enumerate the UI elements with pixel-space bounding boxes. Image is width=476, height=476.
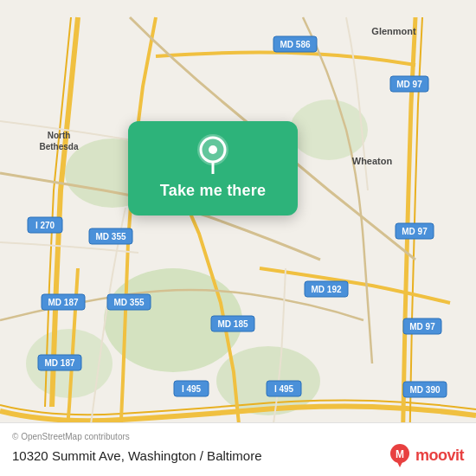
svg-text:MD 192: MD 192 bbox=[311, 285, 341, 294]
map-container: MD 586 MD 97 MD 97 MD 97 MD 355 MD 355 M… bbox=[0, 0, 476, 476]
svg-text:I 495: I 495 bbox=[274, 384, 294, 394]
svg-text:Bethesda: Bethesda bbox=[39, 142, 78, 151]
svg-text:MD 185: MD 185 bbox=[217, 319, 248, 329]
svg-text:MD 97: MD 97 bbox=[409, 322, 435, 331]
svg-text:MD 586: MD 586 bbox=[280, 40, 310, 49]
svg-text:MD 187: MD 187 bbox=[44, 358, 74, 368]
address-text: 10320 Summit Ave, Washington / Baltimore bbox=[12, 448, 261, 463]
moovit-logo: M moovit bbox=[388, 443, 464, 467]
svg-text:Glenmont: Glenmont bbox=[371, 26, 416, 36]
map-attribution: © OpenStreetMap contributors bbox=[12, 432, 464, 441]
svg-text:North: North bbox=[48, 131, 71, 140]
svg-text:Wheaton: Wheaton bbox=[352, 156, 393, 166]
svg-text:I 270: I 270 bbox=[35, 221, 55, 230]
pin-icon bbox=[192, 133, 234, 175]
svg-text:MD 97: MD 97 bbox=[402, 227, 428, 236]
address-row: 10320 Summit Ave, Washington / Baltimore… bbox=[12, 443, 464, 467]
svg-text:MD 355: MD 355 bbox=[113, 298, 144, 307]
svg-text:MD 187: MD 187 bbox=[48, 298, 78, 307]
svg-point-2 bbox=[290, 100, 368, 160]
svg-text:MD 355: MD 355 bbox=[95, 232, 125, 241]
moovit-name: moovit bbox=[415, 447, 464, 465]
svg-marker-43 bbox=[396, 460, 403, 467]
svg-point-40 bbox=[209, 145, 217, 154]
svg-text:MD 390: MD 390 bbox=[409, 385, 440, 395]
svg-text:MD 97: MD 97 bbox=[396, 80, 422, 89]
take-me-there-button[interactable]: Take me there bbox=[160, 182, 266, 200]
popup-card[interactable]: Take me there bbox=[128, 121, 298, 215]
svg-text:I 495: I 495 bbox=[182, 384, 202, 394]
map-roads: MD 586 MD 97 MD 97 MD 97 MD 355 MD 355 M… bbox=[0, 0, 476, 476]
bottom-bar: © OpenStreetMap contributors 10320 Summi… bbox=[0, 422, 476, 476]
svg-text:M: M bbox=[396, 448, 404, 460]
moovit-icon: M bbox=[388, 443, 412, 467]
